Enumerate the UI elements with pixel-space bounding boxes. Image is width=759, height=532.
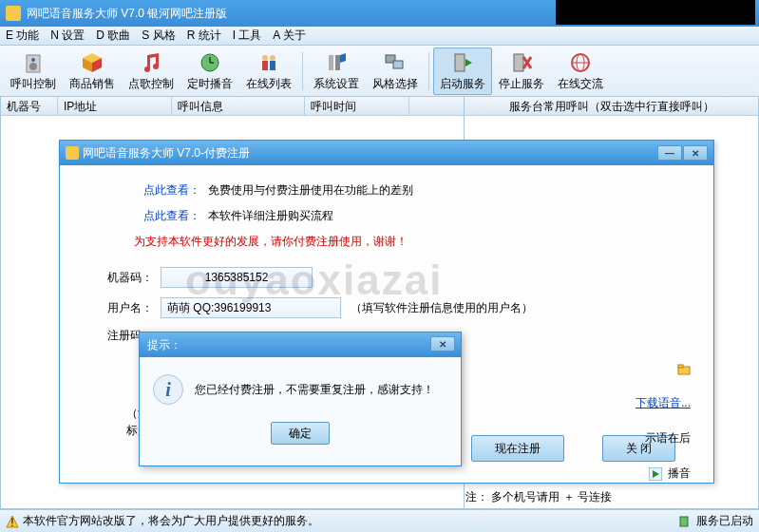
globe-icon xyxy=(567,50,594,76)
server-start-icon xyxy=(449,50,476,76)
tip-close-button[interactable]: ✕ xyxy=(430,336,455,352)
col-header[interactable]: 呼叫时间 xyxy=(305,97,409,115)
ok-button[interactable]: 确定 xyxy=(271,422,330,445)
play-icon[interactable] xyxy=(649,467,662,481)
dialog-title: 网吧语音服务大师 V7.0-付费注册 xyxy=(83,145,250,162)
link-prefix: 点此查看： xyxy=(143,208,200,224)
register-now-button[interactable]: 现在注册 xyxy=(471,435,564,462)
machine-code-field: 1365385152 xyxy=(161,267,313,288)
separator xyxy=(428,52,429,90)
lang-after-text: 示语在后 xyxy=(645,430,691,446)
clock-icon xyxy=(197,50,223,76)
tip-title: 提示： xyxy=(147,337,181,353)
people-icon xyxy=(256,50,282,76)
toolbar-button[interactable]: 点歌控制 xyxy=(122,48,180,95)
toolbar-button[interactable]: 风格选择 xyxy=(366,48,425,95)
toolbar-button[interactable]: 呼叫控制 xyxy=(4,48,63,95)
svg-point-2 xyxy=(29,63,37,70)
menu-item[interactable]: N 设置 xyxy=(50,28,85,44)
toolbar: 呼叫控制 商品销售 点歌控制 定时播音 在线列表 系统设置 风格选择 启动服务 … xyxy=(0,46,759,97)
minimize-button[interactable]: — xyxy=(657,145,682,161)
folder-icon[interactable] xyxy=(677,363,691,376)
server-stop-icon xyxy=(508,50,535,76)
download-voice-link[interactable]: 下载语音... xyxy=(636,395,691,411)
toolbar-button[interactable]: 系统设置 xyxy=(307,48,366,95)
app-icon xyxy=(6,6,21,21)
username-field[interactable]: 萌萌 QQ:396199913 xyxy=(161,297,341,318)
svg-rect-10 xyxy=(262,61,268,70)
tip-message: 您已经付费注册，不需要重复注册，感谢支持！ xyxy=(195,382,434,398)
redacted-block xyxy=(556,0,755,25)
svg-rect-31 xyxy=(680,517,688,526)
col-header[interactable]: 呼叫信息 xyxy=(172,97,305,115)
main-titlebar: 网吧语音服务大师 V7.0 银河网吧注册版 xyxy=(0,0,759,27)
col-header[interactable]: IP地址 xyxy=(58,97,172,115)
panel-header: 服务台常用呼叫（双击选中行直接呼叫） xyxy=(465,97,758,116)
svg-rect-17 xyxy=(455,54,465,71)
window-title: 网吧语音服务大师 V7.0 银河网吧注册版 xyxy=(27,6,227,22)
toolbar-button-start[interactable]: 启动服务 xyxy=(433,48,492,95)
toolbar-button[interactable]: 商品销售 xyxy=(63,48,122,95)
menubar: E 功能 N 设置 D 歌曲 S 风格 R 统计 I 工具 A 关于 xyxy=(0,27,759,46)
menu-item[interactable]: R 统计 xyxy=(187,28,221,44)
toolbar-button[interactable]: 在线列表 xyxy=(239,48,298,95)
svg-marker-18 xyxy=(465,59,472,66)
menu-item[interactable]: A 关于 xyxy=(273,28,306,44)
separator xyxy=(302,52,303,90)
tip-dialog: 提示： ✕ i 您已经付费注册，不需要重复注册，感谢支持！ 确定 xyxy=(139,332,462,466)
svg-point-11 xyxy=(270,55,275,61)
red-notice: 为支持本软件更好的发展，请你付费注册使用，谢谢！ xyxy=(134,234,687,250)
toolbar-button[interactable]: 定时播音 xyxy=(180,48,239,95)
status-left-text: 本软件官方网站改版了，将会为广大用户提供更好的服务。 xyxy=(23,513,319,529)
status-right-text: 服务已启动 xyxy=(696,513,753,529)
svg-rect-26 xyxy=(678,365,683,368)
status-green-icon xyxy=(677,515,691,528)
username-hint: （填写软件注册信息使用的用户名） xyxy=(351,300,533,316)
svg-text:!: ! xyxy=(10,516,13,528)
toolbar-button-stop[interactable]: 停止服务 xyxy=(492,48,551,95)
close-button[interactable]: ✕ xyxy=(683,145,708,161)
info-icon: i xyxy=(153,374,183,405)
cube-icon xyxy=(79,50,105,76)
speaker-icon xyxy=(20,50,47,76)
play-label: 播音 xyxy=(668,466,691,482)
settings-towers-icon xyxy=(323,50,350,76)
svg-point-9 xyxy=(262,55,268,61)
link-free-vs-paid[interactable]: 免费使用与付费注册使用在功能上的差别 xyxy=(208,182,413,199)
dialog-icon xyxy=(66,146,79,160)
svg-point-1 xyxy=(31,58,35,62)
link-purchase-flow[interactable]: 本软件详细注册购买流程 xyxy=(208,208,333,224)
tip-titlebar[interactable]: 提示： ✕ xyxy=(140,332,461,357)
svg-rect-12 xyxy=(270,61,275,70)
machine-code-label: 机器码： xyxy=(86,270,153,286)
svg-rect-13 xyxy=(329,55,333,70)
statusbar: ! 本软件官方网站改版了，将会为广大用户提供更好的服务。 服务已启动 xyxy=(0,509,759,532)
menu-item[interactable]: S 风格 xyxy=(142,28,175,44)
svg-rect-14 xyxy=(335,55,340,70)
multi-machine-hint: 注： 多个机号请用 ＋ 号连接 xyxy=(465,489,612,505)
link-prefix: 点此查看： xyxy=(143,182,200,199)
music-note-icon xyxy=(138,50,164,76)
style-windows-icon xyxy=(382,50,408,76)
svg-rect-16 xyxy=(393,61,403,68)
username-label: 用户名： xyxy=(86,300,153,316)
menu-item[interactable]: E 功能 xyxy=(6,28,39,44)
toolbar-button[interactable]: 在线交流 xyxy=(551,48,610,95)
dialog-titlebar[interactable]: 网吧语音服务大师 V7.0-付费注册 — ✕ xyxy=(60,141,713,165)
warning-icon: ! xyxy=(6,515,19,528)
svg-rect-19 xyxy=(514,54,523,71)
menu-item[interactable]: D 歌曲 xyxy=(96,28,130,44)
col-header[interactable]: 机器号 xyxy=(1,97,58,115)
menu-item[interactable]: I 工具 xyxy=(233,28,262,44)
